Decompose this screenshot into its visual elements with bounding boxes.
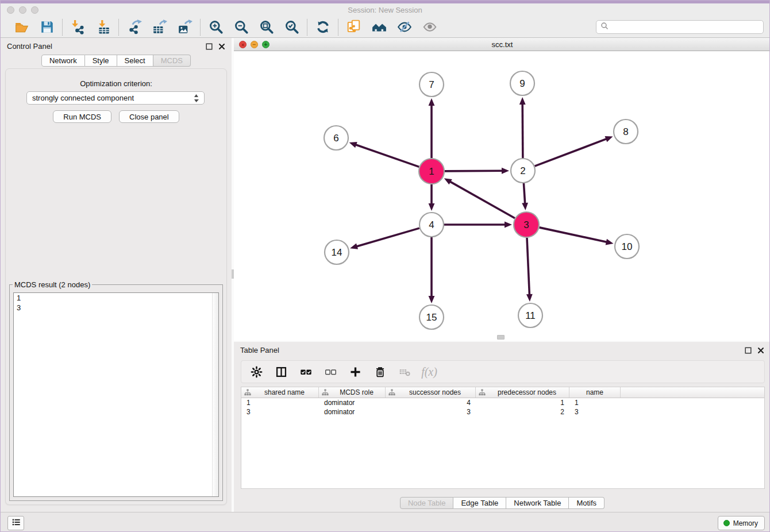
save-session-icon[interactable] — [39, 20, 55, 35]
edge-1-2[interactable] — [445, 171, 503, 171]
table-cell[interactable]: 1 — [241, 399, 319, 407]
edge-4-14[interactable] — [356, 228, 419, 246]
apply-layout-icon[interactable] — [315, 20, 330, 35]
node-11[interactable]: 11 — [518, 303, 542, 327]
edge-3-11[interactable] — [527, 238, 529, 295]
float-table-panel-icon[interactable] — [744, 346, 752, 354]
table-cell[interactable]: 1 — [569, 399, 621, 407]
edge-2-3[interactable] — [523, 183, 525, 204]
table-cell[interactable]: 4 — [386, 399, 476, 407]
zoom-selected-icon[interactable] — [284, 20, 299, 35]
network-minimize-button[interactable] — [251, 41, 258, 48]
column-header-shared-name[interactable]: shared name — [241, 387, 319, 398]
network-window-titlebar[interactable]: scc.txt — [234, 38, 770, 51]
memory-button[interactable]: Memory — [718, 516, 765, 530]
edge-3-1[interactable] — [449, 182, 515, 218]
tab-mcds[interactable]: MCDS — [153, 55, 191, 67]
zoom-in-icon[interactable] — [208, 20, 224, 35]
tab-edge-table[interactable]: Edge Table — [453, 497, 506, 509]
node-6[interactable]: 6 — [324, 126, 348, 150]
function-builder-icon: f(x) — [423, 365, 436, 378]
export-table-icon[interactable] — [152, 20, 167, 35]
mcds-result-textarea[interactable]: 13 — [13, 292, 219, 497]
show-hide-graphics-icon[interactable] — [396, 20, 412, 35]
close-table-panel-icon[interactable] — [757, 346, 764, 354]
node-7[interactable]: 7 — [419, 72, 444, 97]
export-image-icon[interactable] — [177, 20, 192, 35]
zoom-fit-icon[interactable] — [259, 20, 274, 35]
home-icon[interactable] — [371, 20, 387, 35]
network-maximize-button[interactable] — [262, 41, 270, 48]
tab-motifs[interactable]: Motifs — [569, 497, 605, 509]
node-3[interactable]: 3 — [514, 212, 539, 237]
edge-2-9[interactable] — [522, 103, 523, 158]
node-9[interactable]: 9 — [510, 71, 534, 95]
column-header-predecessor-nodes[interactable]: predecessor nodes — [476, 387, 569, 398]
float-panel-icon[interactable] — [205, 43, 213, 50]
select-all-icon[interactable] — [299, 365, 312, 378]
canvas-resize-grip[interactable] — [497, 335, 505, 340]
memory-label: Memory — [733, 519, 758, 527]
network-graph[interactable]: 7968124314101511 — [234, 51, 770, 341]
clone-network-icon[interactable] — [346, 20, 361, 35]
table-cell[interactable]: 3 — [386, 408, 476, 416]
tab-node-table[interactable]: Node Table — [400, 497, 454, 509]
arrowhead-icon — [526, 294, 533, 302]
svg-text:9: 9 — [519, 78, 525, 89]
close-window-button[interactable] — [7, 6, 14, 14]
node-1[interactable]: 1 — [419, 159, 444, 184]
table-cell[interactable]: 3 — [241, 408, 319, 416]
zoom-window-button[interactable] — [31, 6, 38, 14]
run-mcds-button[interactable]: Run MCDS — [53, 110, 111, 123]
node-4[interactable]: 4 — [419, 213, 444, 237]
table-row[interactable]: 3dominator323 — [241, 407, 764, 417]
table-cell[interactable]: dominator — [319, 408, 386, 416]
node-15[interactable]: 15 — [419, 305, 444, 329]
table-row[interactable]: 1dominator411 — [241, 398, 764, 407]
svg-text:1: 1 — [429, 166, 434, 177]
svg-text:6: 6 — [333, 133, 338, 144]
table-cell[interactable]: dominator — [319, 399, 386, 407]
node-14[interactable]: 14 — [325, 240, 349, 264]
close-panel-icon[interactable] — [218, 43, 225, 50]
search-box[interactable] — [596, 20, 764, 34]
network-close-button[interactable] — [239, 41, 247, 48]
tab-network-table[interactable]: Network Table — [506, 497, 569, 509]
search-input[interactable] — [611, 23, 759, 31]
close-panel-button[interactable]: Close panel — [119, 110, 179, 123]
import-network-icon[interactable] — [70, 20, 86, 35]
node-8[interactable]: 8 — [614, 119, 638, 144]
node-2[interactable]: 2 — [511, 159, 535, 183]
table-settings-icon[interactable] — [250, 365, 263, 378]
arrowhead-icon — [605, 136, 613, 142]
tab-select[interactable]: Select — [117, 55, 153, 67]
arrowhead-icon — [505, 222, 512, 228]
column-layout-icon[interactable] — [275, 365, 287, 378]
edge-2-8[interactable] — [535, 138, 607, 166]
table-cell[interactable]: 3 — [569, 408, 621, 416]
network-window-controls — [239, 41, 270, 48]
network-canvas[interactable]: 7968124314101511 — [234, 51, 770, 341]
column-header-mcds-role[interactable]: MCDS role — [319, 387, 386, 398]
column-header-successor-nodes[interactable]: successor nodes — [386, 387, 476, 398]
deselect-all-icon[interactable] — [324, 365, 337, 378]
table-cell[interactable]: 1 — [476, 399, 569, 407]
tab-style[interactable]: Style — [85, 55, 117, 67]
edge-3-10[interactable] — [539, 228, 607, 242]
criterion-dropdown[interactable]: strongly connected component — [26, 91, 205, 105]
result-scrollbar[interactable] — [212, 293, 218, 496]
column-header-name[interactable]: name — [569, 387, 621, 398]
minimize-window-button[interactable] — [19, 6, 26, 14]
add-entry-icon[interactable] — [349, 365, 361, 378]
node-10[interactable]: 10 — [615, 234, 639, 259]
open-session-icon[interactable] — [14, 20, 29, 35]
export-network-icon[interactable] — [126, 20, 142, 35]
task-history-button[interactable] — [7, 516, 24, 530]
tab-network[interactable]: Network — [41, 55, 85, 67]
edge-1-6[interactable] — [355, 145, 419, 167]
table-cell[interactable]: 2 — [476, 408, 569, 416]
table-panel-title: Table Panel — [240, 346, 279, 354]
delete-entry-icon[interactable] — [374, 365, 386, 378]
import-table-icon[interactable] — [95, 20, 111, 35]
zoom-out-icon[interactable] — [233, 20, 249, 35]
